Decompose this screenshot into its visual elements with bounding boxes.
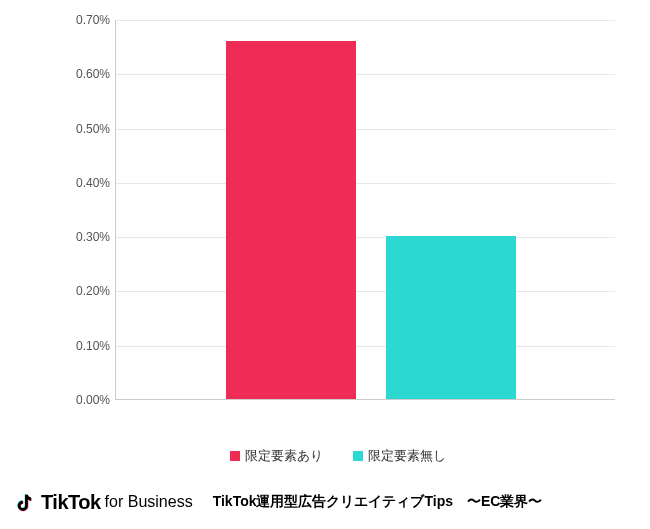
tiktok-logo: TikTok for Business (15, 490, 193, 514)
tiktok-icon (15, 490, 37, 514)
y-tick: 0.30% (60, 230, 110, 244)
bar-2 (386, 236, 516, 399)
grid-line (116, 183, 615, 184)
bar-1 (226, 41, 356, 399)
y-tick: 0.70% (60, 13, 110, 27)
y-tick: 0.40% (60, 176, 110, 190)
legend-item-2: 限定要素無し (353, 447, 446, 465)
footer-caption: TikTok運用型広告クリエイティブTips 〜EC業界〜 (213, 493, 543, 511)
grid-line (116, 20, 615, 21)
bar-chart: 限定要素あり 限定要素無し 0.00%0.10%0.20%0.30%0.40%0… (60, 20, 615, 420)
grid-line (116, 346, 615, 347)
grid-line (116, 129, 615, 130)
legend-swatch-1 (230, 451, 240, 461)
legend-item-1: 限定要素あり (230, 447, 323, 465)
y-tick: 0.50% (60, 122, 110, 136)
grid-line (116, 237, 615, 238)
y-tick: 0.00% (60, 393, 110, 407)
brand-sub: for Business (105, 493, 193, 511)
legend-label-1: 限定要素あり (245, 447, 323, 465)
legend: 限定要素あり 限定要素無し (60, 447, 615, 465)
legend-swatch-2 (353, 451, 363, 461)
y-tick: 0.60% (60, 67, 110, 81)
legend-label-2: 限定要素無し (368, 447, 446, 465)
grid-line (116, 74, 615, 75)
y-tick: 0.10% (60, 339, 110, 353)
grid-line (116, 291, 615, 292)
footer: TikTok for Business TikTok運用型広告クリエイティブTi… (15, 490, 542, 514)
plot-area (115, 20, 615, 400)
y-tick: 0.20% (60, 284, 110, 298)
brand-main: TikTok (41, 491, 101, 514)
